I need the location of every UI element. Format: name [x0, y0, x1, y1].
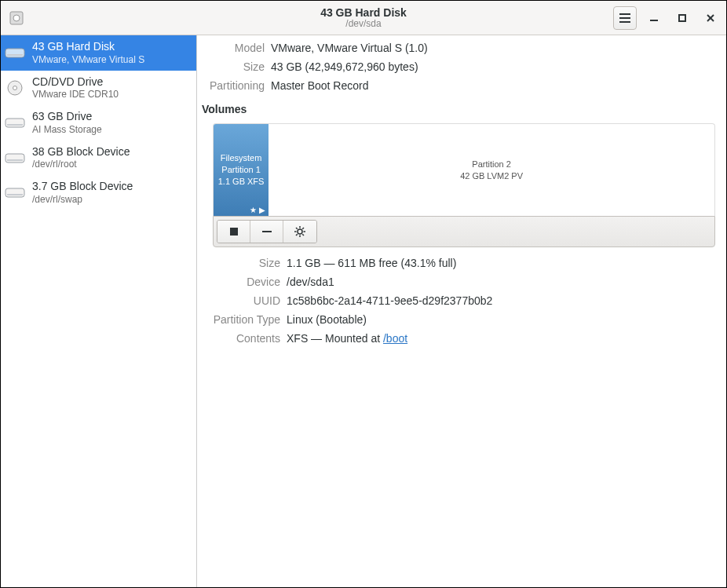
device-subtitle: VMware, VMware Virtual S	[32, 54, 144, 66]
part-contents-value: XFS — Mounted at /boot	[287, 332, 715, 345]
device-item[interactable]: 63 GB DriveAI Mass Storage	[1, 105, 196, 141]
window-title-wrap: 43 GB Hard Disk /dev/sda	[320, 6, 407, 30]
svg-rect-18	[7, 194, 23, 195]
svg-rect-3	[619, 17, 630, 19]
minimize-icon	[650, 14, 658, 22]
part-size-value: 1.1 GB — 611 MB free (43.1% full)	[287, 257, 715, 269]
volume-settings-button[interactable]	[283, 221, 316, 243]
svg-rect-13	[5, 119, 24, 127]
svg-rect-15	[5, 154, 24, 163]
volume-line: Partition 1	[221, 164, 261, 176]
volumes-heading: Volumes	[202, 103, 715, 115]
svg-line-26	[296, 228, 298, 229]
volume-line: 42 GB LVM2 PV	[460, 170, 523, 182]
mount-toggle-button[interactable]	[217, 221, 250, 243]
svg-line-28	[302, 228, 304, 229]
svg-rect-5	[650, 20, 658, 21]
svg-point-12	[13, 86, 17, 89]
part-uuid-value: 1c58b6bc-2a14-4711-9ee5-d29f2377b0b2	[287, 294, 715, 307]
volume-line: 1.1 GB XFS	[218, 176, 265, 188]
device-title: 38 GB Block Device	[32, 145, 130, 159]
part-type-label: Partition Type	[202, 313, 280, 326]
svg-point-1	[13, 15, 20, 21]
device-item[interactable]: 3.7 GB Block Device/dev/rl/swap	[1, 175, 196, 210]
svg-rect-16	[7, 159, 23, 161]
window-subtitle: /dev/sda	[320, 19, 407, 30]
device-item[interactable]: 38 GB Block Device/dev/rl/root	[1, 141, 196, 176]
close-icon	[707, 14, 714, 22]
svg-rect-4	[619, 21, 630, 23]
gear-icon	[294, 226, 305, 237]
part-device-value: /dev/sda1	[287, 276, 715, 288]
maximize-icon	[678, 14, 686, 22]
disk-size-label: Size	[202, 60, 265, 73]
svg-rect-2	[619, 13, 630, 15]
part-contents-label: Contents	[202, 332, 280, 345]
model-value: VMware, VMware Virtual S (1.0)	[271, 42, 715, 54]
model-label: Model	[202, 42, 265, 54]
headerbar: 43 GB Hard Disk /dev/sda	[1, 1, 726, 35]
volume-line: Filesystem	[221, 152, 262, 164]
window-title: 43 GB Hard Disk	[320, 6, 407, 19]
minimize-button[interactable]	[643, 7, 665, 29]
volume-toolbar	[213, 216, 715, 247]
svg-rect-6	[679, 15, 685, 21]
part-size-label: Size	[202, 257, 280, 269]
part-device-label: Device	[202, 276, 280, 288]
device-item[interactable]: CD/DVD DriveVMware IDE CDR10	[1, 71, 196, 106]
svg-rect-20	[262, 231, 272, 232]
device-title: 43 GB Hard Disk	[32, 40, 144, 54]
partitioning-value: Master Boot Record	[271, 79, 715, 92]
svg-rect-19	[230, 228, 238, 236]
hard-disk-icon	[4, 149, 26, 166]
volume-map: FilesystemPartition 11.1 GB XFS★ ▶Partit…	[213, 123, 715, 216]
device-item[interactable]: 43 GB Hard DiskVMware, VMware Virtual S	[1, 35, 196, 71]
volume-line: Partition 2	[472, 159, 511, 170]
mountpoint-link[interactable]: /boot	[383, 332, 407, 345]
device-subtitle: AI Mass Storage	[32, 124, 102, 136]
stop-icon	[230, 228, 238, 236]
partitioning-label: Partitioning	[202, 79, 265, 92]
optical-disc-icon	[4, 79, 26, 97]
part-uuid-label: UUID	[202, 294, 280, 307]
hard-disk-icon	[4, 114, 26, 131]
svg-rect-17	[5, 188, 24, 197]
app-menu-button[interactable]	[613, 6, 637, 30]
disk-size-value: 43 GB (42,949,672,960 bytes)	[271, 60, 715, 73]
device-subtitle: VMware IDE CDR10	[32, 89, 119, 100]
device-title: 63 GB Drive	[32, 110, 102, 124]
hard-disk-icon	[4, 44, 26, 61]
device-title: 3.7 GB Block Device	[32, 180, 133, 194]
contents-text: XFS — Mounted at	[287, 332, 383, 345]
volume-block[interactable]: FilesystemPartition 11.1 GB XFS★ ▶	[214, 124, 269, 216]
close-button[interactable]	[700, 7, 722, 29]
device-sidebar: 43 GB Hard DiskVMware, VMware Virtual SC…	[1, 35, 197, 587]
svg-rect-10	[7, 54, 23, 56]
svg-line-27	[302, 234, 304, 236]
volume-badges: ★ ▶	[250, 206, 265, 214]
svg-rect-14	[7, 124, 23, 126]
hard-disk-icon	[4, 184, 26, 201]
svg-point-21	[298, 229, 302, 234]
maximize-button[interactable]	[671, 7, 693, 29]
svg-line-29	[296, 234, 298, 236]
disks-app-icon	[7, 9, 26, 27]
device-subtitle: /dev/rl/swap	[32, 194, 133, 206]
svg-rect-9	[5, 49, 24, 57]
minus-icon	[262, 227, 272, 236]
delete-partition-button[interactable]	[250, 221, 283, 243]
device-subtitle: /dev/rl/root	[32, 159, 130, 170]
content-pane: Model VMware, VMware Virtual S (1.0) Siz…	[197, 35, 726, 587]
part-type-value: Linux (Bootable)	[287, 313, 715, 326]
device-title: CD/DVD Drive	[32, 75, 119, 89]
hamburger-icon	[619, 13, 630, 23]
volume-block[interactable]: Partition 242 GB LVM2 PV	[269, 124, 714, 216]
